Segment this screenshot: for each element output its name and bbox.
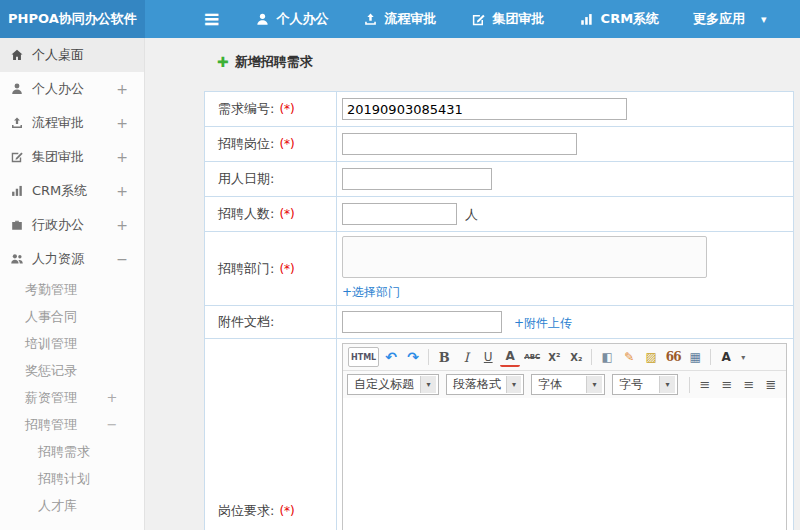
italic-button[interactable]: I xyxy=(456,347,476,367)
bold-button[interactable]: B xyxy=(434,347,454,367)
align-center-icon[interactable]: ≡ xyxy=(717,375,737,395)
background-color-button[interactable]: ▨ xyxy=(641,347,661,367)
sidebar-item-reward-punishment[interactable]: 奖惩记录 xyxy=(0,357,144,384)
clear-format-button[interactable]: ◧ xyxy=(597,347,617,367)
sidebar-item-label: CRM系统 xyxy=(32,182,116,200)
sidebar-item-crm-system[interactable]: CRM系统 + xyxy=(0,174,144,208)
sidebar: 个人桌面 个人办公 + 流程审批 + 集团审批 + CRM系统 + xyxy=(0,38,145,530)
required-mark: (*) xyxy=(279,207,294,221)
sidebar-item-hr-contract[interactable]: 人事合同 xyxy=(0,303,144,330)
people-icon xyxy=(10,252,24,266)
expand-toggle[interactable]: + xyxy=(116,217,128,233)
nav-process-approval[interactable]: 流程审批 xyxy=(363,10,437,28)
expand-toggle[interactable]: + xyxy=(116,115,128,131)
align-right-icon[interactable]: ≡ xyxy=(739,375,759,395)
nav-label: 个人办公 xyxy=(277,10,329,28)
expand-toggle[interactable]: + xyxy=(116,183,128,199)
field-label-recruit-count: 招聘人数:(*) xyxy=(205,197,337,232)
table-row: 用人日期: xyxy=(205,162,794,197)
font-color-dropdown[interactable]: A xyxy=(716,347,736,367)
chevron-down-icon[interactable]: ▾ xyxy=(738,347,748,367)
expand-toggle[interactable]: + xyxy=(116,81,128,97)
sidebar-item-label: 薪资管理 xyxy=(25,389,106,407)
align-left-icon[interactable]: ≡ xyxy=(695,375,715,395)
editor-content-area[interactable] xyxy=(343,398,786,530)
recruit-count-input[interactable] xyxy=(342,203,457,225)
align-justify-icon[interactable]: ≣ xyxy=(761,375,781,395)
editor-toolbar-row2: 自定义标题 ▾ 段落格式 ▾ 字体 ▾ xyxy=(343,371,786,398)
plus-icon: ✚ xyxy=(217,54,229,70)
strikethrough-button[interactable]: ABC xyxy=(522,347,542,367)
table-row: 招聘岗位:(*) xyxy=(205,127,794,162)
nav-label: 集团审批 xyxy=(493,10,545,28)
attachment-upload-link[interactable]: +附件上传 xyxy=(514,316,572,330)
subscript-button[interactable]: X₂ xyxy=(566,347,586,367)
required-mark: (*) xyxy=(279,102,294,116)
sidebar-item-label: 招聘计划 xyxy=(38,470,118,488)
edit-icon xyxy=(471,12,486,27)
sidebar-item-label: 考勤管理 xyxy=(25,281,118,299)
nav-personal-office[interactable]: 个人办公 xyxy=(255,10,329,28)
sidebar-item-talent-pool[interactable]: 人才库 xyxy=(0,492,144,519)
sidebar-item-recruit-plan[interactable]: 招聘计划 xyxy=(0,465,144,492)
toolbar-separator xyxy=(591,349,592,365)
sidebar-item-label: 人事合同 xyxy=(25,308,118,326)
sidebar-item-label: 培训管理 xyxy=(25,335,118,353)
sidebar-item-personal-desktop[interactable]: 个人桌面 xyxy=(0,38,144,72)
collapse-toggle[interactable]: − xyxy=(106,417,118,432)
attachment-input[interactable] xyxy=(342,311,502,333)
sidebar-item-label: 人才库 xyxy=(38,497,118,515)
demand-code-input[interactable] xyxy=(342,98,627,120)
redo-button[interactable]: ↷ xyxy=(403,347,423,367)
undo-button[interactable]: ↶ xyxy=(381,347,401,367)
field-label-post-requirement: 岗位要求:(*) xyxy=(205,339,337,530)
sidebar-item-human-resources[interactable]: 人力资源 − xyxy=(0,242,144,276)
superscript-button[interactable]: X² xyxy=(544,347,564,367)
sidebar-item-salary-mgmt[interactable]: 薪资管理 + xyxy=(0,384,144,411)
sidebar-item-recruit-mgmt[interactable]: 招聘管理 − xyxy=(0,411,144,438)
hire-date-input[interactable] xyxy=(342,168,492,190)
table-row: 附件文档: +附件上传 xyxy=(205,306,794,339)
custom-title-select[interactable]: 自定义标题 ▾ xyxy=(347,374,439,395)
recruit-dept-textarea[interactable] xyxy=(342,236,707,278)
underline-button[interactable]: U xyxy=(478,347,498,367)
sidebar-item-group-approval[interactable]: 集团审批 + xyxy=(0,140,144,174)
field-label-demand-code: 需求编号:(*) xyxy=(205,92,337,127)
sidebar-item-process-approval[interactable]: 流程审批 + xyxy=(0,106,144,140)
recruit-post-input[interactable] xyxy=(342,133,577,155)
chevron-down-icon: ▾ xyxy=(420,376,436,393)
sidebar-item-recruit-demand[interactable]: 招聘需求 xyxy=(0,438,144,465)
home-icon xyxy=(10,48,24,62)
nav-more-apps[interactable]: 更多应用 ▾ xyxy=(693,10,767,28)
sidebar-item-personal-office[interactable]: 个人办公 + xyxy=(0,72,144,106)
collapse-toggle[interactable]: − xyxy=(116,251,128,267)
expand-toggle[interactable]: + xyxy=(116,149,128,165)
sidebar-item-label: 集团审批 xyxy=(32,148,116,166)
format-brush-button[interactable]: ✎ xyxy=(619,347,639,367)
source-code-button[interactable]: HTML xyxy=(348,347,379,367)
sidebar-item-attendance-mgmt[interactable]: 考勤管理 xyxy=(0,276,144,303)
font-family-select[interactable]: 字体 ▾ xyxy=(531,374,605,395)
select-department-link[interactable]: +选择部门 xyxy=(342,285,400,299)
editor-toolbar-row1: HTML ↶ ↷ B I U A ABC X² xyxy=(343,344,786,371)
sidebar-item-label: 招聘需求 xyxy=(38,443,118,461)
font-color-button[interactable]: A xyxy=(500,347,520,367)
blockquote-button[interactable]: 66 xyxy=(663,347,683,367)
paragraph-format-select[interactable]: 段落格式 ▾ xyxy=(446,374,524,395)
field-label-recruit-dept: 招聘部门:(*) xyxy=(205,232,337,306)
sidebar-item-label: 奖惩记录 xyxy=(25,362,118,380)
chevron-down-icon: ▾ xyxy=(586,376,602,393)
expand-toggle[interactable]: + xyxy=(106,390,118,405)
field-label-recruit-post: 招聘岗位:(*) xyxy=(205,127,337,162)
emotion-button[interactable]: ▦ xyxy=(685,347,705,367)
sidebar-item-training-mgmt[interactable]: 培训管理 xyxy=(0,330,144,357)
sidebar-item-admin-office[interactable]: 行政办公 + xyxy=(0,208,144,242)
nav-crm-system[interactable]: CRM系统 xyxy=(579,10,660,28)
font-size-select[interactable]: 字号 ▾ xyxy=(612,374,678,395)
unit-suffix: 人 xyxy=(465,207,478,222)
field-label-attachment: 附件文档: xyxy=(205,306,337,339)
bar-chart-icon xyxy=(10,184,24,198)
menu-toggle-icon[interactable]: ≡ xyxy=(203,0,221,38)
app-title: PHPOA协同办公软件 xyxy=(0,0,145,38)
nav-group-approval[interactable]: 集团审批 xyxy=(471,10,545,28)
